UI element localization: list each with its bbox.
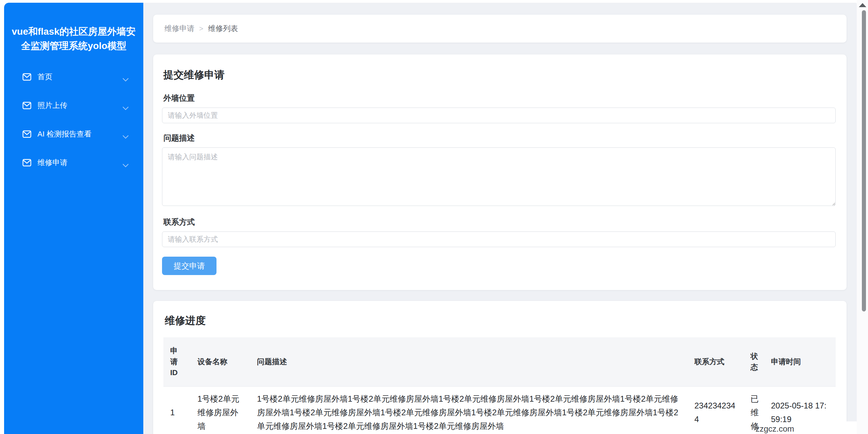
cell-issue-description: 1号楼2单元维修房屋外墙1号楼2单元维修房屋外墙1号楼2单元维修房屋外墙1号楼2… <box>250 387 688 434</box>
mail-icon <box>22 73 31 81</box>
main-content: 维修申请 > 维修列表 提交维修申请 外墙位置 问题描述 联系方式 提交申请 维… <box>143 3 857 434</box>
table-header-row: 申请ID 设备名称 问题描述 联系方式 状态 申请时间 <box>163 337 836 387</box>
sidebar-item-home[interactable]: 首页 <box>4 68 143 86</box>
repair-progress-section: 维修进度 申请ID 设备名称 问题描述 联系方式 状态 申请时间 <box>153 301 847 434</box>
chevron-down-icon <box>122 161 129 165</box>
mail-icon <box>22 102 31 109</box>
wall-location-label: 外墙位置 <box>163 93 836 103</box>
col-header-device-name: 设备名称 <box>191 337 250 387</box>
watermark: zzgcz.com <box>756 424 794 434</box>
mail-icon <box>22 159 31 166</box>
issue-description-label: 问题描述 <box>163 133 836 143</box>
mail-icon <box>22 130 31 138</box>
col-header-status: 状态 <box>744 337 764 387</box>
sidebar-item-label: 照片上传 <box>37 100 122 111</box>
sidebar-item-label: AI 检测报告查看 <box>37 129 122 139</box>
wall-location-input[interactable] <box>162 108 836 123</box>
breadcrumb: 维修申请 > 维修列表 <box>153 15 847 43</box>
chevron-down-icon <box>122 103 129 108</box>
scrollbar-thumb[interactable] <box>862 10 866 311</box>
chevron-right-icon: > <box>199 25 203 33</box>
breadcrumb-repair-list: 维修列表 <box>208 23 238 34</box>
sidebar-item-ai-report[interactable]: AI 检测报告查看 <box>4 125 143 143</box>
sidebar-item-repair-request[interactable]: 维修申请 <box>4 154 143 172</box>
col-header-request-id: 申请ID <box>163 337 191 387</box>
scrollbar-up-arrow-icon[interactable] <box>859 3 866 7</box>
sidebar-item-label: 维修申请 <box>37 158 122 168</box>
breadcrumb-repair-request[interactable]: 维修申请 <box>164 23 194 34</box>
progress-title: 维修进度 <box>165 314 836 328</box>
submit-request-button[interactable]: 提交申请 <box>162 257 216 275</box>
col-header-contact: 联系方式 <box>688 337 744 387</box>
cell-request-id: 1 <box>163 387 191 434</box>
issue-description-field-group: 问题描述 <box>162 133 836 207</box>
form-title: 提交维修申请 <box>163 68 836 82</box>
wall-location-field-group: 外墙位置 <box>162 93 836 123</box>
col-header-request-time: 申请时间 <box>764 337 836 387</box>
page-bottom-edge <box>847 421 857 434</box>
col-header-issue-description: 问题描述 <box>250 337 688 387</box>
sidebar-item-photo-upload[interactable]: 照片上传 <box>4 97 143 114</box>
repair-request-form: 提交维修申请 外墙位置 问题描述 联系方式 提交申请 <box>153 54 847 290</box>
browser-scrollbar <box>857 0 868 434</box>
contact-field-group: 联系方式 <box>162 217 836 247</box>
chevron-down-icon <box>122 132 129 136</box>
repair-progress-table: 申请ID 设备名称 问题描述 联系方式 状态 申请时间 1 1号楼2单元维修房屋… <box>163 337 836 434</box>
chevron-down-icon <box>122 75 129 79</box>
contact-label: 联系方式 <box>163 217 836 227</box>
app-window: vue和flask的社区房屋外墙安全监测管理系统yolo模型 首页 照片上传 <box>4 3 857 434</box>
sidebar-menu: 首页 照片上传 AI 检测报告查看 <box>4 68 143 172</box>
sidebar-item-label: 首页 <box>37 72 122 82</box>
contact-input[interactable] <box>162 231 836 247</box>
sidebar: vue和flask的社区房屋外墙安全监测管理系统yolo模型 首页 照片上传 <box>4 3 143 434</box>
issue-description-textarea[interactable] <box>162 147 836 206</box>
cell-contact: 2342342344 <box>688 387 744 434</box>
table-row: 1 1号楼2单元维修房屋外墙 1号楼2单元维修房屋外墙1号楼2单元维修房屋外墙1… <box>163 387 836 434</box>
app-title: vue和flask的社区房屋外墙安全监测管理系统yolo模型 <box>4 3 143 53</box>
cell-device-name: 1号楼2单元维修房屋外墙 <box>191 387 250 434</box>
